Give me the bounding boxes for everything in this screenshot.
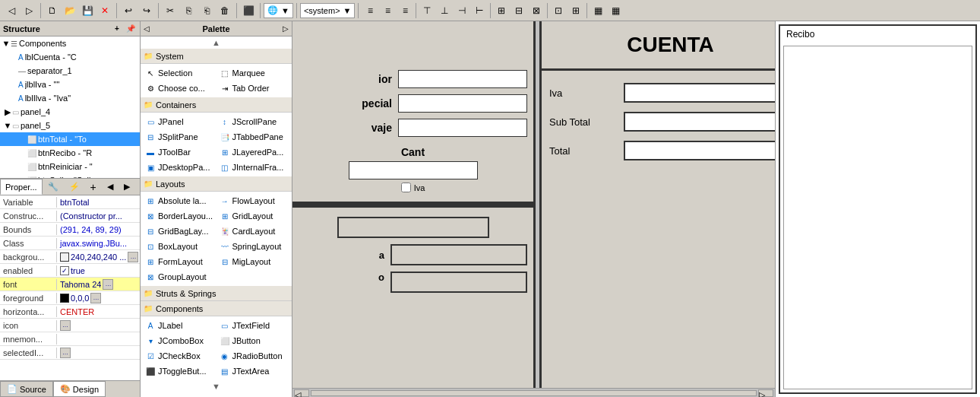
tree-item-btnRecibo[interactable]: ⬜ btnRecibo - "R	[0, 146, 140, 160]
palette-item-taborder[interactable]: ⇥ Tab Order	[217, 81, 291, 96]
palette-item-jpanel[interactable]: ▭ JPanel	[142, 114, 217, 129]
palette-item-jradiobutton[interactable]: ◉ JRadioButton	[217, 348, 291, 364]
palette-section-struts[interactable]: 📁 Struts & Springs	[141, 286, 292, 301]
palette-item-card[interactable]: 🃏 CardLayout	[217, 224, 291, 239]
palette-item-jbutton[interactable]: ⬜ JButton	[217, 333, 291, 348]
canvas-btn-salir[interactable]	[390, 272, 527, 293]
grid1-btn[interactable]: ▦	[590, 2, 606, 19]
toolbar-redo-btn[interactable]: ↪	[138, 2, 155, 19]
toolbar-save-btn[interactable]: 💾	[79, 2, 96, 19]
palette-item-jcheckbox[interactable]: ☑ JCheckBox	[142, 348, 217, 364]
prop-value-class[interactable]: javax.swing.JBu...	[57, 238, 140, 249]
palette-item-box[interactable]: ⊡ BoxLayout	[142, 239, 217, 254]
palette-item-gridbag[interactable]: ⊟ GridBagLay...	[142, 224, 217, 239]
palette-item-jcombobox[interactable]: ▾ JComboBox	[142, 333, 217, 348]
enabled-checkbox[interactable]: ✓	[60, 266, 69, 275]
toolbar-paste-btn[interactable]: ⎗	[198, 2, 215, 19]
prop-value-enabled[interactable]: ✓ true	[57, 265, 140, 276]
align-dist-h-btn[interactable]: ⊣	[454, 2, 470, 19]
prop-value-selectedicon[interactable]: …	[57, 347, 140, 359]
icon-edit-btn[interactable]: …	[60, 320, 71, 331]
palette-item-form[interactable]: ⊞ FormLayout	[142, 254, 217, 269]
prop-value-icon[interactable]: …	[57, 319, 140, 332]
palette-item-jinternal[interactable]: ◫ JInternalFra...	[217, 160, 291, 175]
hscroll-right-btn[interactable]: ▷	[758, 389, 773, 397]
align-top-btn[interactable]: ⊤	[419, 2, 435, 19]
palette-down-btn[interactable]: ▼	[209, 382, 223, 391]
canvas-field-special[interactable]	[398, 94, 527, 113]
panel4-toggle[interactable]: ▶	[3, 107, 12, 117]
anchor-btn[interactable]: ⊡	[550, 2, 567, 19]
align-left-btn[interactable]: ≡	[362, 2, 378, 19]
font-edit-btn[interactable]: …	[103, 279, 113, 290]
prop-value-foreground[interactable]: 0,0,0 …	[57, 292, 140, 304]
canvas-area[interactable]: ior pecial vaje Cant	[292, 21, 775, 397]
nav-forward-btn[interactable]: ▷	[21, 2, 37, 19]
tree-item-panel5[interactable]: ▼ ▭ panel_5	[0, 119, 140, 132]
structure-pin-btn[interactable]: 📌	[125, 23, 137, 35]
tab-properties[interactable]: Proper...	[0, 179, 43, 195]
panel5-toggle[interactable]: ▼	[3, 121, 12, 130]
align-middle-btn[interactable]: ⊥	[436, 2, 453, 19]
palette-item-jlabel[interactable]: A JLabel	[142, 318, 217, 333]
toolbar-delete-btn[interactable]: 🗑	[217, 2, 233, 19]
tab-wrench[interactable]: 🔧	[43, 179, 64, 195]
palette-scroll-right[interactable]: ▷	[280, 23, 292, 35]
align-dist-v-btn[interactable]: ⊢	[471, 2, 488, 19]
toolbar-undo-btn[interactable]: ↩	[120, 2, 137, 19]
canvas-field-ior[interactable]	[398, 70, 527, 88]
tree-item-separator1[interactable]: — separator_1	[0, 64, 140, 78]
structure-add-btn[interactable]: +	[111, 23, 123, 35]
anchor2-btn[interactable]: ⊞	[567, 2, 584, 19]
tab-source[interactable]: 📄 Source	[0, 381, 53, 397]
palette-item-jtabbedpane[interactable]: 📑 JTabbedPane	[217, 129, 291, 145]
components-root[interactable]: ▼ ☰ Components	[0, 37, 140, 50]
palette-section-containers[interactable]: 📁 Containers	[141, 97, 292, 113]
palette-section-components[interactable]: 📁 Components	[141, 301, 292, 316]
palette-item-mig[interactable]: ⊟ MigLayout	[217, 254, 291, 269]
palette-item-grid[interactable]: ⊞ GridLayout	[217, 208, 291, 224]
align-right-btn[interactable]: ≡	[397, 2, 413, 19]
fg-edit-btn[interactable]: …	[90, 293, 101, 303]
prop-value-mnemonic[interactable]	[57, 338, 140, 340]
toolbar-close-btn[interactable]: ✕	[96, 2, 113, 19]
selectedicon-edit-btn[interactable]: …	[60, 348, 71, 358]
prop-value-background[interactable]: 240,240,240 ... …	[57, 251, 140, 263]
prop-value-font[interactable]: Tahoma 24 …	[57, 278, 140, 291]
palette-item-jtoggle[interactable]: ⬛ JToggleBut...	[142, 364, 217, 379]
tree-item-lblCuenta[interactable]: A lblCuenta - "C	[0, 50, 140, 64]
palette-item-marquee[interactable]: ⬚ Marquee	[217, 65, 291, 81]
palette-item-spring[interactable]: 〰 SpringLayout	[217, 239, 291, 254]
palette-item-group[interactable]: ⊠ GroupLayout	[142, 269, 217, 284]
palette-section-layouts[interactable]: 📁 Layouts	[141, 176, 292, 192]
prop-value-variable[interactable]: btnTotal	[57, 197, 140, 208]
canvas-field-vaje[interactable]	[398, 119, 527, 137]
tree-item-lblilva[interactable]: A lblIlva - "Iva"	[0, 91, 140, 105]
toolbar-square-btn[interactable]: ⬛	[240, 2, 257, 19]
canvas-cuenta-subtotal-field[interactable]	[624, 112, 775, 132]
nav-back-btn[interactable]: ◁	[3, 2, 20, 19]
size-same-w-btn[interactable]: ⊞	[493, 2, 510, 19]
palette-item-jtextarea[interactable]: ▤ JTextArea	[217, 364, 291, 379]
tab-events[interactable]: ⚡	[64, 179, 85, 195]
palette-item-jtextfield[interactable]: ▭ JTextField	[217, 318, 291, 333]
tree-item-btnSalir[interactable]: ⬜ btnSalir - "Sali	[0, 173, 140, 179]
palette-item-jscrollpane[interactable]: ↕ JScrollPane	[217, 114, 291, 129]
canvas-cuenta-iva-field[interactable]	[624, 83, 775, 103]
canvas-iva-checkbox[interactable]	[401, 183, 411, 192]
palette-item-jdesktop[interactable]: ▣ JDesktopPa...	[142, 160, 217, 175]
palette-item-jlayered[interactable]: ⊞ JLayeredPa...	[217, 145, 291, 160]
size-same-h-btn[interactable]: ⊟	[511, 2, 527, 19]
palette-up-btn[interactable]: ▲	[209, 38, 223, 47]
bg-edit-btn[interactable]: …	[128, 252, 138, 262]
palette-item-border[interactable]: ⊠ BorderLayou...	[142, 208, 217, 224]
palette-item-jsplitpane[interactable]: ⊟ JSplitPane	[142, 129, 217, 145]
palette-item-absolute[interactable]: ⊞ Absolute la...	[142, 193, 217, 208]
tree-item-panel4[interactable]: ▶ ▭ panel_4	[0, 105, 140, 119]
toolbar-copy-btn[interactable]: ⎘	[180, 2, 197, 19]
tab-design[interactable]: 🎨 Design	[53, 381, 106, 397]
palette-item-flow[interactable]: → FlowLayout	[217, 193, 291, 208]
prop-value-horizontal[interactable]: CENTER	[57, 306, 140, 317]
tab-next[interactable]: ▶	[119, 179, 135, 195]
palette-item-choose[interactable]: ⚙ Choose co...	[142, 81, 217, 96]
